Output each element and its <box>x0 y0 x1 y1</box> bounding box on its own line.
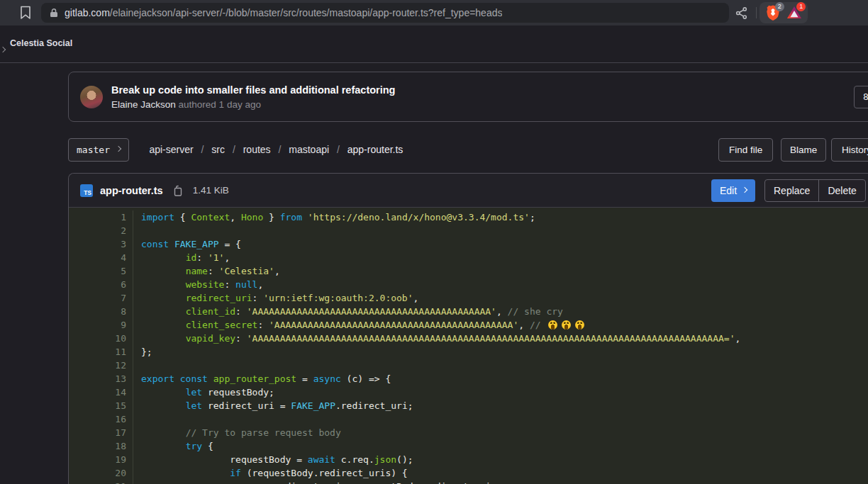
copy-icon <box>172 185 183 196</box>
commit-card: Break up code into smaller files and add… <box>68 72 868 122</box>
code-line: 21 redirect_uri = requestBody.redirect_u… <box>69 480 868 484</box>
line-number[interactable]: 10 <box>69 332 133 345</box>
line-number[interactable]: 19 <box>69 453 133 466</box>
ref-row: master api-server / src / routes / masto… <box>68 138 868 162</box>
edit-label: Edit <box>720 185 737 196</box>
url-path: /elainejackson/api-server/-/blob/master/… <box>110 7 503 18</box>
commit-title[interactable]: Break up code into smaller files and add… <box>111 84 395 96</box>
line-number[interactable]: 1 <box>69 210 133 224</box>
gitlab-topbar: Celestia Social <box>0 26 868 63</box>
history-button[interactable]: History <box>831 138 868 162</box>
branch-selector[interactable]: master <box>68 138 129 162</box>
code-line: 3const FAKE_APP = { <box>69 237 868 251</box>
code-line: 5 name: 'Celestia', <box>69 264 868 278</box>
url-bar[interactable]: gitlab.com/elainejackson/api-server/-/bl… <box>41 3 729 23</box>
code-line: 15 let redirect_uri = FAKE_APP.redirect_… <box>69 399 868 412</box>
line-number[interactable]: 6 <box>69 278 133 291</box>
code-line: 9 client_secret: 'AAAAAAAAAAAAAAAAAAAAAA… <box>69 318 868 332</box>
line-number[interactable]: 7 <box>69 291 133 305</box>
code-line: 19 requestBody = await c.req.json(); <box>69 453 868 466</box>
line-number[interactable]: 3 <box>69 237 133 251</box>
replace-delete-group: Replace Delete <box>764 179 866 202</box>
commit-byline: Elaine Jackson authored 1 day ago <box>111 99 395 110</box>
url-text: gitlab.com/elainejackson/api-server/-/bl… <box>65 7 502 18</box>
code-line: 10 vapid_key: 'AAAAAAAAAAAAAAAAAAAAAAAAA… <box>69 332 868 345</box>
code-line: 18 try { <box>69 439 868 453</box>
code-line: 6 website: null, <box>69 278 868 291</box>
file-breadcrumb: api-server / src / routes / mastoapi / a… <box>149 138 403 162</box>
code-block: 1import { Context, Hono } from 'https://… <box>69 208 868 484</box>
code-line: 16 <box>69 412 868 426</box>
line-number[interactable]: 15 <box>69 399 133 412</box>
crumb-mastoapi[interactable]: mastoapi <box>289 144 329 155</box>
code-line: 20 if (requestBody.redirect_uris) { <box>69 466 868 480</box>
commit-authored: authored 1 day ago <box>179 99 261 110</box>
crumb-separator: / <box>196 144 209 155</box>
crumb-file: app-router.ts <box>347 144 404 155</box>
share-icon[interactable] <box>735 6 748 20</box>
line-number[interactable]: 13 <box>69 372 133 385</box>
line-number[interactable]: 8 <box>69 305 133 318</box>
code-line: 8 client_id: 'AAAAAAAAAAAAAAAAAAAAAAAAAA… <box>69 305 868 318</box>
url-domain: gitlab.com <box>65 7 110 18</box>
crumb-repo[interactable]: api-server <box>149 144 193 155</box>
scream-emoji <box>548 320 557 330</box>
line-number[interactable]: 12 <box>69 359 133 372</box>
line-number[interactable]: 9 <box>69 318 133 332</box>
file-header: TS app-router.ts 1.41 KiB Edit Replace D… <box>69 174 868 208</box>
lock-icon <box>50 8 58 18</box>
breadcrumb-chevron-icon[interactable] <box>1 42 5 55</box>
file-panel: TS app-router.ts 1.41 KiB Edit Replace D… <box>68 173 868 484</box>
extensions-group: 2 1 <box>760 2 808 23</box>
edit-button[interactable]: Edit <box>711 179 755 202</box>
delete-button[interactable]: Delete <box>818 180 864 201</box>
crumb-routes[interactable]: routes <box>243 144 271 155</box>
page-content: Break up code into smaller files and add… <box>68 72 868 484</box>
toolbar-divider <box>756 7 757 18</box>
line-number[interactable]: 20 <box>69 466 133 480</box>
code-line: 14 let requestBody; <box>69 385 868 399</box>
code-line: 12 <box>69 359 868 372</box>
find-file-button[interactable]: Find file <box>718 138 773 162</box>
chevron-down-icon <box>116 146 121 152</box>
line-number[interactable]: 18 <box>69 439 133 453</box>
scream-emoji <box>562 320 571 330</box>
crumb-separator: / <box>274 144 286 155</box>
line-number[interactable]: 17 <box>69 426 133 439</box>
line-number[interactable]: 14 <box>69 385 133 399</box>
code-line: 1import { Context, Hono } from 'https://… <box>69 210 868 224</box>
bat-badge: 1 <box>796 2 806 11</box>
shield-badge: 2 <box>775 2 784 11</box>
bat-icon[interactable]: 1 <box>786 4 803 21</box>
browser-toolbar: gitlab.com/elainejackson/api-server/-/bl… <box>0 0 868 26</box>
line-number[interactable]: 21 <box>69 480 133 484</box>
line-number[interactable]: 2 <box>69 224 133 237</box>
code-line: 2 <box>69 224 868 237</box>
crumb-separator: / <box>228 144 240 155</box>
code-line: 13export const app_router_post = async (… <box>69 372 868 385</box>
line-number[interactable]: 11 <box>69 345 133 359</box>
line-number[interactable]: 4 <box>69 251 133 264</box>
blame-button[interactable]: Blame <box>781 138 826 162</box>
typescript-file-icon: TS <box>80 184 93 197</box>
chevron-down-icon <box>742 186 747 192</box>
commit-sha-button[interactable]: 8 <box>854 86 868 108</box>
commit-avatar[interactable] <box>80 86 103 108</box>
line-number[interactable]: 16 <box>69 412 133 426</box>
file-name: app-router.ts <box>100 185 163 196</box>
commit-author[interactable]: Elaine Jackson <box>111 99 176 110</box>
code-line: 17 // Try to parse request body <box>69 426 868 439</box>
brave-shield-icon[interactable]: 2 <box>764 4 781 21</box>
replace-button[interactable]: Replace <box>765 180 818 201</box>
bookmark-icon[interactable] <box>20 6 31 20</box>
branch-name: master <box>77 145 110 155</box>
crumb-src[interactable]: src <box>211 144 225 155</box>
code-line: 7 redirect_uri: 'urn:ietf:wg:oauth:2.0:o… <box>69 291 868 305</box>
crumb-separator: / <box>332 144 345 155</box>
copy-path-button[interactable] <box>172 185 183 196</box>
project-breadcrumb[interactable]: Celestia Social <box>10 38 72 48</box>
file-size: 1.41 KiB <box>193 185 229 196</box>
line-number[interactable]: 5 <box>69 264 133 278</box>
code-line: 4 id: '1', <box>69 251 868 264</box>
scream-emoji <box>575 320 584 330</box>
